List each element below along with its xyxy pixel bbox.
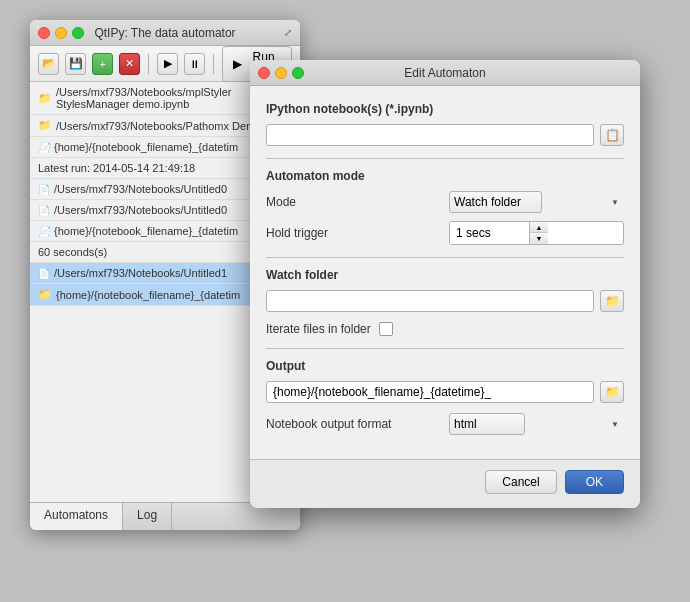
- item-text: {home}/{notebook_filename}_{datetim: [54, 141, 238, 153]
- file-icon: 📄: [38, 184, 50, 195]
- notebook-input-row: 📋: [266, 124, 624, 146]
- mode-row: Mode Watch folder Schedule On change: [266, 191, 624, 213]
- output-input-row: 📁: [266, 381, 624, 403]
- item-text: 60 seconds(s): [38, 246, 107, 258]
- watch-folder-label: Watch folder: [266, 268, 624, 282]
- mode-label: Mode: [266, 195, 441, 209]
- edit-automaton-dialog: Edit Automaton IPython notebook(s) (*.ip…: [250, 60, 640, 508]
- iterate-files-row: Iterate files in folder: [266, 322, 624, 336]
- close-button[interactable]: [38, 27, 50, 39]
- separator2: [213, 54, 214, 74]
- cancel-button[interactable]: Cancel: [485, 470, 556, 494]
- add-button[interactable]: +: [92, 53, 113, 75]
- spinner-down[interactable]: ▼: [530, 233, 548, 244]
- browse-icon: 📋: [605, 128, 620, 142]
- mode-select[interactable]: Watch folder Schedule On change: [449, 191, 542, 213]
- dialog-title-bar: Edit Automaton: [250, 60, 640, 86]
- main-window-title: QtIPy: The data automator: [94, 26, 235, 40]
- expand-icon[interactable]: ⤢: [284, 27, 292, 38]
- dialog-title-text: Edit Automaton: [404, 66, 485, 80]
- ok-button[interactable]: OK: [565, 470, 624, 494]
- tab-automatons[interactable]: Automatons: [30, 503, 123, 530]
- folder-icon: 📁: [38, 288, 52, 301]
- notebook-browse-button[interactable]: 📋: [600, 124, 624, 146]
- watch-folder-input-row: 📁: [266, 290, 624, 312]
- item-text: /Users/mxf793/Notebooks/Untitled1: [54, 267, 227, 279]
- separator: [148, 54, 149, 74]
- item-text: /Users/mxf793/Notebooks/Untitled0: [54, 183, 227, 195]
- watch-folder-input[interactable]: [266, 290, 594, 312]
- watch-folder-browse-button[interactable]: 📁: [600, 290, 624, 312]
- mode-select-container: Watch folder Schedule On change: [449, 191, 624, 213]
- format-select[interactable]: html pdf notebook: [449, 413, 525, 435]
- run-now-icon: ▶: [233, 57, 242, 71]
- hold-trigger-label: Hold trigger: [266, 226, 441, 240]
- dialog-footer: Cancel OK: [250, 459, 640, 508]
- iterate-files-label: Iterate files in folder: [266, 322, 371, 336]
- template-icon: 📄: [38, 226, 50, 237]
- item-text: /Users/mxf793/Notebooks/Untitled0: [54, 204, 227, 216]
- template-icon: 📄: [38, 142, 50, 153]
- maximize-button[interactable]: [72, 27, 84, 39]
- iterate-files-checkbox[interactable]: [379, 322, 393, 336]
- notebook-section-label: IPython notebook(s) (*.ipynb): [266, 102, 624, 116]
- minimize-button[interactable]: [55, 27, 67, 39]
- output-label: Output: [266, 359, 624, 373]
- traffic-lights: [38, 27, 84, 39]
- hold-trigger-spinner: ▲ ▼: [449, 221, 624, 245]
- dialog-maximize-button[interactable]: [292, 67, 304, 79]
- format-select-container: html pdf notebook: [449, 413, 624, 435]
- folder-browse-icon: 📁: [605, 294, 620, 308]
- folder-icon: 📁: [38, 92, 52, 105]
- dialog-traffic-lights: [258, 67, 304, 79]
- notebook-input[interactable]: [266, 124, 594, 146]
- output-browse-icon: 📁: [605, 385, 620, 399]
- file-icon: 📄: [38, 268, 50, 279]
- hold-trigger-row: Hold trigger ▲ ▼: [266, 221, 624, 245]
- delete-button[interactable]: ✕: [119, 53, 140, 75]
- save-button[interactable]: 💾: [65, 53, 86, 75]
- open-button[interactable]: 📂: [38, 53, 59, 75]
- automation-mode-label: Automaton mode: [266, 169, 624, 183]
- notebook-format-row: Notebook output format html pdf notebook: [266, 413, 624, 435]
- output-browse-button[interactable]: 📁: [600, 381, 624, 403]
- play-button[interactable]: ▶: [157, 53, 178, 75]
- dialog-minimize-button[interactable]: [275, 67, 287, 79]
- item-text: {home}/{notebook_filename}_{datetim: [54, 225, 238, 237]
- tab-log[interactable]: Log: [123, 503, 172, 530]
- spinner-buttons: ▲ ▼: [530, 222, 548, 244]
- hold-trigger-input[interactable]: [450, 222, 530, 244]
- output-input[interactable]: [266, 381, 594, 403]
- dialog-close-button[interactable]: [258, 67, 270, 79]
- notebook-format-label: Notebook output format: [266, 417, 441, 431]
- spinner-up[interactable]: ▲: [530, 222, 548, 233]
- main-title-bar: QtIPy: The data automator ⤢: [30, 20, 300, 46]
- item-text: /Users/mxf793/Notebooks/Pathomx Demos: [56, 120, 267, 132]
- file-icon: 📄: [38, 205, 50, 216]
- folder-icon: 📁: [38, 119, 52, 132]
- item-text: Latest run: 2014-05-14 21:49:18: [38, 162, 195, 174]
- item-text: {home}/{notebook_filename}_{datetim: [56, 289, 240, 301]
- dialog-body: IPython notebook(s) (*.ipynb) 📋 Automato…: [250, 86, 640, 459]
- pause-button[interactable]: ⏸: [184, 53, 205, 75]
